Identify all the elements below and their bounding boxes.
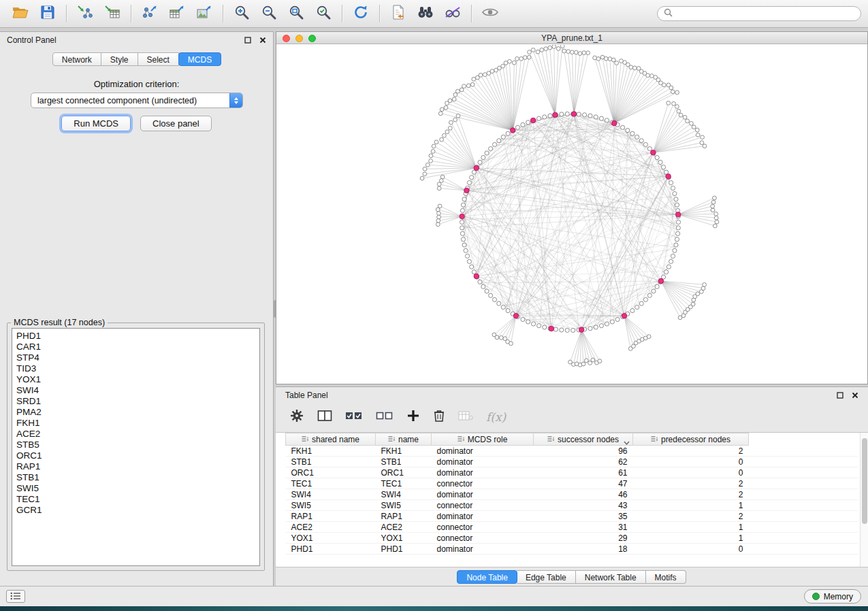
- mcds-result-item[interactable]: RAP1: [16, 461, 259, 472]
- table-cell[interactable]: connector: [432, 533, 534, 544]
- table-cell[interactable]: connector: [432, 500, 534, 511]
- mcds-result-item[interactable]: STB5: [16, 440, 259, 450]
- table-cell[interactable]: 61: [534, 467, 633, 478]
- mcds-result-item[interactable]: CAR1: [16, 342, 259, 352]
- import-network-button[interactable]: [71, 3, 99, 24]
- table-row[interactable]: PHD1PHD1dominator180: [286, 544, 858, 555]
- deselect-all-button[interactable]: [376, 410, 393, 425]
- table-cell[interactable]: SWI5: [376, 500, 432, 511]
- table-cell[interactable]: ORC1: [376, 467, 432, 478]
- table-cell[interactable]: 0: [633, 467, 749, 478]
- close-panel-icon[interactable]: [852, 392, 858, 399]
- mcds-result-list[interactable]: PHD1CAR1STP4TID3YOX1SWI4SRD1PMA2FKH1ACE2…: [12, 328, 260, 566]
- table-cell[interactable]: SWI4: [376, 489, 432, 500]
- table-settings-button[interactable]: [289, 408, 304, 426]
- table-cell[interactable]: 31: [534, 522, 633, 533]
- close-panel-icon[interactable]: [259, 37, 266, 44]
- search-network-button[interactable]: [412, 3, 439, 24]
- export-document-button[interactable]: [385, 3, 412, 24]
- column-header-successor-nodes[interactable]: successor nodes: [534, 433, 633, 446]
- table-cell[interactable]: PHD1: [376, 544, 432, 555]
- table-cell[interactable]: 35: [534, 511, 633, 522]
- table-row[interactable]: ACE2ACE2connector311: [286, 522, 858, 533]
- optimization-select[interactable]: largest connected component (undirected): [31, 93, 243, 108]
- zoom-fit-button[interactable]: [283, 3, 310, 24]
- table-cell[interactable]: YOX1: [286, 533, 376, 544]
- table-cell[interactable]: connector: [432, 522, 534, 533]
- table-cell[interactable]: connector: [432, 478, 534, 489]
- table-cell[interactable]: 2: [633, 478, 749, 489]
- toggle-details-button[interactable]: [439, 3, 466, 24]
- network-graph[interactable]: [276, 45, 867, 384]
- export-image-button[interactable]: [191, 3, 218, 24]
- save-session-button[interactable]: [34, 3, 61, 24]
- mcds-result-item[interactable]: PMA2: [16, 407, 259, 418]
- import-table-button[interactable]: [99, 3, 126, 24]
- table-cell[interactable]: dominator: [432, 544, 534, 555]
- export-table-button[interactable]: [163, 3, 191, 24]
- close-panel-button[interactable]: Close panel: [140, 116, 212, 131]
- table-cell[interactable]: 47: [534, 478, 633, 489]
- mcds-result-item[interactable]: SWI5: [16, 483, 259, 494]
- show-column-button[interactable]: [317, 410, 332, 425]
- scrollbar-thumb[interactable]: [862, 438, 867, 524]
- mcds-result-item[interactable]: ACE2: [16, 429, 259, 440]
- table-cell[interactable]: ORC1: [286, 467, 376, 478]
- column-header-MCDS-role[interactable]: MCDS role: [432, 433, 534, 446]
- tab-motifs[interactable]: Motifs: [646, 570, 686, 584]
- table-cell[interactable]: YOX1: [376, 533, 432, 544]
- table-cell[interactable]: 0: [633, 457, 749, 467]
- table-cell[interactable]: 2: [633, 446, 749, 457]
- table-cell[interactable]: STB1: [376, 457, 432, 467]
- window-close-button[interactable]: [283, 35, 290, 42]
- table-row[interactable]: FKH1FKH1dominator962: [286, 446, 858, 457]
- show-panels-button[interactable]: [6, 590, 25, 603]
- table-cell[interactable]: 29: [534, 533, 633, 544]
- mcds-result-item[interactable]: GCR1: [16, 505, 259, 516]
- table-cell[interactable]: SWI4: [286, 489, 376, 500]
- table-cell[interactable]: ACE2: [376, 522, 432, 533]
- table-cell[interactable]: SWI5: [286, 500, 376, 511]
- mcds-result-item[interactable]: TID3: [16, 363, 259, 374]
- zoom-out-button[interactable]: [255, 3, 283, 24]
- search-box[interactable]: [657, 6, 861, 21]
- table-row[interactable]: SWI5SWI5connector431: [286, 500, 858, 511]
- table-cell[interactable]: TEC1: [376, 478, 432, 489]
- table-cell[interactable]: 2: [633, 511, 749, 522]
- run-mcds-button[interactable]: Run MCDS: [61, 116, 131, 131]
- tab-network[interactable]: Network: [52, 52, 101, 66]
- table-row[interactable]: ORC1ORC1dominator610: [286, 467, 858, 478]
- column-header-predecessor-nodes[interactable]: predecessor nodes: [633, 433, 749, 446]
- table-cell[interactable]: ACE2: [286, 522, 376, 533]
- tab-mcds[interactable]: MCDS: [178, 52, 221, 66]
- table-cell[interactable]: 2: [633, 489, 749, 500]
- refresh-button[interactable]: [347, 3, 374, 24]
- select-all-button[interactable]: [345, 410, 363, 425]
- zoom-in-button[interactable]: [228, 3, 255, 24]
- export-network-button[interactable]: [136, 3, 163, 24]
- search-input[interactable]: [677, 9, 854, 18]
- table-row[interactable]: TEC1TEC1connector472: [286, 478, 858, 489]
- table-cell[interactable]: TEC1: [286, 478, 376, 489]
- table-cell[interactable]: FKH1: [286, 446, 376, 457]
- function-builder-button[interactable]: f(x): [486, 410, 506, 424]
- tab-edge-table[interactable]: Edge Table: [517, 570, 576, 584]
- mcds-result-item[interactable]: SRD1: [16, 396, 259, 407]
- table-cell[interactable]: dominator: [432, 446, 534, 457]
- table-cell[interactable]: 1: [633, 522, 749, 533]
- open-file-button[interactable]: [7, 3, 34, 24]
- table-row[interactable]: SWI4SWI4dominator462: [286, 489, 858, 500]
- column-header-shared-name[interactable]: shared name: [286, 433, 376, 446]
- delete-column-button[interactable]: [433, 409, 445, 425]
- float-panel-icon[interactable]: [244, 37, 251, 44]
- table-cell[interactable]: RAP1: [376, 511, 432, 522]
- table-cell[interactable]: 18: [534, 544, 633, 555]
- table-cell[interactable]: 1: [633, 500, 749, 511]
- column-header-name[interactable]: name: [376, 433, 432, 446]
- mcds-result-item[interactable]: STB1: [16, 472, 259, 483]
- memory-button[interactable]: Memory: [804, 589, 861, 604]
- table-cell[interactable]: dominator: [432, 467, 534, 478]
- window-zoom-button[interactable]: [308, 35, 316, 42]
- table-cell[interactable]: 43: [534, 500, 633, 511]
- tab-style[interactable]: Style: [101, 52, 138, 66]
